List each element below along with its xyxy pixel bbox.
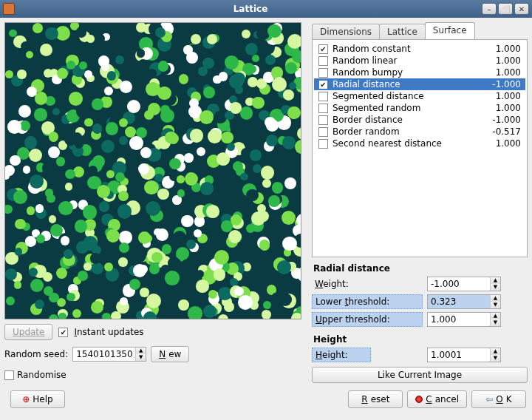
- surface-item-0[interactable]: Random constant1.000: [314, 43, 525, 55]
- maximize-button[interactable]: ⬜: [498, 3, 513, 15]
- window-title: Lattice: [19, 4, 482, 14]
- preview-image: [4, 22, 301, 319]
- surface-item-8[interactable]: Second nearest distance1.000: [314, 138, 525, 149]
- height-label: Height:: [312, 348, 371, 362]
- surface-item-4[interactable]: Segmented distance1.000: [314, 90, 525, 102]
- random-seed-input[interactable]: ▲▼: [72, 347, 146, 362]
- surface-item-checkbox[interactable]: [318, 115, 328, 125]
- surface-item-checkbox[interactable]: [318, 92, 328, 101]
- weight-label: Weight:: [312, 277, 423, 291]
- tab-surface[interactable]: Surface: [425, 22, 475, 39]
- instant-updates-checkbox[interactable]: [58, 328, 68, 337]
- randomise-label: Randomise: [17, 370, 66, 380]
- surface-item-checkbox[interactable]: [318, 127, 328, 137]
- surface-item-label: Second nearest distance: [332, 138, 442, 149]
- height-section-header: Height: [313, 334, 528, 345]
- update-button[interactable]: Update: [4, 324, 52, 340]
- surface-item-value: 1.000: [496, 91, 521, 101]
- stop-icon: [415, 396, 423, 403]
- surface-item-checkbox[interactable]: [318, 68, 328, 78]
- radial-section-header: Radial distance: [313, 263, 528, 274]
- surface-item-value: -1.000: [492, 79, 521, 89]
- surface-item-checkbox[interactable]: [318, 56, 328, 66]
- help-icon: ⊕: [22, 394, 30, 404]
- surface-item-label: Segmented random: [332, 103, 420, 113]
- surface-item-label: Radial distance: [332, 79, 400, 89]
- spin-up-icon[interactable]: ▲: [136, 348, 146, 354]
- surface-item-checkbox[interactable]: [318, 80, 328, 89]
- upper-threshold-input[interactable]: ▲▼: [427, 312, 501, 327]
- weight-input[interactable]: ▲▼: [427, 277, 501, 291]
- minimize-button[interactable]: –: [482, 3, 497, 15]
- surface-item-value: 1.000: [496, 55, 521, 66]
- surface-item-value: -0.517: [492, 126, 521, 137]
- randomise-checkbox[interactable]: [4, 370, 14, 380]
- surface-item-1[interactable]: Random linear1.000: [314, 55, 525, 67]
- surface-item-label: Segmented distance: [332, 91, 424, 101]
- ok-button[interactable]: ⇦OK: [471, 390, 526, 408]
- surface-item-checkbox[interactable]: [318, 139, 328, 149]
- surface-list[interactable]: Random constant1.000Random linear1.000Ra…: [314, 43, 525, 149]
- surface-item-7[interactable]: Border random-0.517: [314, 126, 525, 138]
- spin-down-icon[interactable]: ▼: [136, 354, 146, 361]
- upper-threshold-label: Upper threshold:: [312, 312, 423, 327]
- surface-item-6[interactable]: Border distance-1.000: [314, 114, 525, 126]
- ok-icon: ⇦: [485, 394, 493, 404]
- surface-item-label: Random linear: [332, 55, 397, 66]
- lower-threshold-input[interactable]: ▲▼: [427, 294, 501, 309]
- tab-dimensions[interactable]: Dimensions: [312, 24, 380, 39]
- tab-lattice[interactable]: Lattice: [379, 24, 426, 39]
- close-button[interactable]: ✕: [514, 3, 529, 15]
- surface-item-label: Random bumpy: [332, 67, 403, 78]
- height-input[interactable]: ▲▼: [427, 348, 501, 362]
- help-button[interactable]: ⊕Help: [10, 390, 65, 408]
- instant-updates-label: Instant updates: [74, 327, 143, 337]
- surface-item-5[interactable]: Segmented random1.000: [314, 102, 525, 114]
- tabs: Dimensions Lattice Surface: [312, 22, 528, 39]
- surface-item-2[interactable]: Random bumpy1.000: [314, 67, 525, 78]
- cancel-button[interactable]: Cancel: [407, 390, 467, 408]
- tab-body: Random constant1.000Random linear1.000Ra…: [312, 39, 528, 257]
- surface-item-label: Random constant: [332, 44, 411, 54]
- reset-button[interactable]: Reset: [348, 390, 403, 408]
- app-icon: [3, 3, 15, 15]
- new-seed-button[interactable]: New: [151, 346, 189, 362]
- lower-threshold-label: Lower threshold:: [312, 294, 423, 309]
- surface-item-checkbox[interactable]: [318, 104, 328, 113]
- titlebar: Lattice – ⬜ ✕: [0, 0, 532, 18]
- surface-item-3[interactable]: Radial distance-1.000: [314, 78, 525, 90]
- surface-item-value: 1.000: [496, 44, 521, 54]
- surface-item-checkbox[interactable]: [318, 44, 328, 54]
- random-seed-label: Random seed:: [4, 349, 68, 359]
- like-current-image-button[interactable]: Like Current Image: [312, 367, 528, 383]
- surface-item-value: 1.000: [496, 138, 521, 149]
- surface-item-label: Border distance: [332, 115, 403, 125]
- surface-item-value: 1.000: [496, 67, 521, 78]
- surface-item-value: 1.000: [496, 103, 521, 113]
- surface-item-value: -1.000: [492, 115, 521, 125]
- surface-item-label: Border random: [332, 126, 400, 137]
